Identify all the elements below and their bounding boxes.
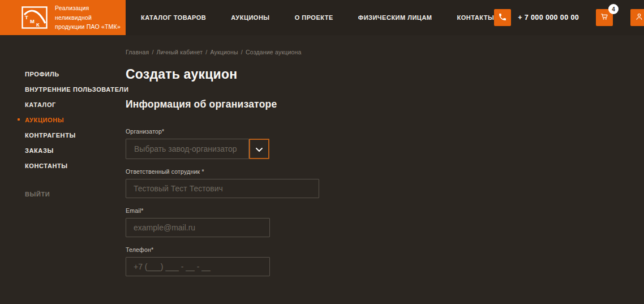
organizer-select[interactable]: Выбрать завод-организатор — [126, 139, 249, 159]
main-nav: КАТАЛОГ ТОВАРОВ АУКЦИОНЫ О ПРОЕКТЕ ФИЗИЧ… — [141, 0, 494, 35]
breadcrumb-separator: / — [205, 49, 207, 55]
employee-input[interactable] — [126, 179, 319, 198]
logo-tagline-line1: Реализация неликвидной — [55, 5, 92, 21]
nav-item-catalog[interactable]: КАТАЛОГ ТОВАРОВ — [141, 14, 206, 21]
organizer-section-heading: Информация об организаторе — [126, 99, 644, 110]
header-controls: + 7 000 000 00 00 4 — [494, 0, 644, 35]
account-button[interactable]: ЛИЧНЫЙ КАБИНЕТ — [630, 9, 644, 26]
cart: 4 — [596, 9, 613, 26]
organizer-select-open-button[interactable] — [249, 139, 269, 159]
organizer-form: Организатор* Выбрать завод-организатор О… — [126, 128, 644, 276]
breadcrumb-auctions[interactable]: Аукционы — [210, 49, 238, 55]
nav-item-auctions[interactable]: АУКЦИОНЫ — [231, 14, 269, 21]
nav-item-contacts[interactable]: КОНТАКТЫ — [457, 14, 495, 21]
svg-text:К: К — [36, 22, 40, 28]
main-content: Главная/Личный кабинет/Аукционы/Создание… — [126, 35, 644, 304]
sidebar-item-profile[interactable]: ПРОФИЛЬ — [25, 71, 126, 78]
sidebar-item-auctions[interactable]: АУКЦИОНЫ — [25, 117, 126, 123]
email-input[interactable] — [126, 218, 270, 237]
cart-icon — [600, 12, 609, 23]
breadcrumb-current: Создание аукциона — [246, 49, 302, 55]
employee-label: Ответственный сотрудник * — [126, 168, 644, 175]
phone-label: Телефон* — [126, 246, 644, 253]
organizer-select-row: Выбрать завод-организатор — [126, 139, 644, 159]
employee-field: Ответственный сотрудник * — [126, 168, 644, 198]
email-label: Email* — [126, 207, 644, 214]
logout-link[interactable]: ВЫЙТИ — [25, 191, 126, 198]
organizer-label: Организатор* — [126, 128, 644, 135]
phone-button[interactable] — [494, 9, 511, 26]
sidebar-item-internal-users[interactable]: ВНУТРЕННИЕ ПОЛЬЗОВАТЕЛИ — [25, 86, 126, 93]
cart-count-badge: 4 — [608, 4, 619, 14]
page-title: Создать аукцион — [126, 67, 644, 82]
logo-tagline: Реализация неликвидной продукции ПАО «ТМ… — [55, 3, 126, 32]
tmk-logo-icon: Т М К — [22, 6, 48, 29]
breadcrumb-separator: / — [241, 49, 243, 55]
sidebar-item-catalog[interactable]: КАТАЛОГ — [25, 101, 126, 108]
svg-text:Т: Т — [25, 14, 28, 20]
active-item-bullet-icon — [18, 118, 20, 121]
email-field: Email* — [126, 207, 644, 237]
svg-text:М: М — [30, 18, 35, 24]
nav-item-individuals[interactable]: ФИЗИЧЕСКИМ ЛИЦАМ — [358, 14, 432, 21]
nav-item-about[interactable]: О ПРОЕКТЕ — [295, 14, 333, 21]
page: Т М К Реализация неликвидной продукции П… — [0, 0, 644, 304]
breadcrumb-account[interactable]: Личный кабинет — [157, 49, 203, 55]
phone-input[interactable] — [126, 257, 270, 276]
chevron-down-icon — [256, 145, 263, 153]
sidebar-item-counterparties[interactable]: КОНТРАГЕНТЫ — [25, 132, 126, 139]
body: ПРОФИЛЬ ВНУТРЕННИЕ ПОЛЬЗОВАТЕЛИ КАТАЛОГ … — [0, 35, 644, 304]
top-header: Т М К Реализация неликвидной продукции П… — [0, 0, 644, 35]
phone-number: + 7 000 000 00 00 — [518, 14, 579, 22]
sidebar: ПРОФИЛЬ ВНУТРЕННИЕ ПОЛЬЗОВАТЕЛИ КАТАЛОГ … — [0, 35, 126, 304]
sidebar-item-orders[interactable]: ЗАКАЗЫ — [25, 147, 126, 154]
logo-tagline-line2: продукции ПАО «ТМК» — [55, 23, 121, 30]
organizer-field: Организатор* Выбрать завод-организатор — [126, 128, 644, 159]
phone-icon — [498, 12, 507, 23]
sidebar-item-constants[interactable]: КОНСТАНТЫ — [25, 162, 126, 169]
user-icon — [634, 12, 644, 24]
user-icon-button[interactable] — [630, 9, 644, 26]
breadcrumb-separator: / — [152, 49, 153, 55]
breadcrumb-home[interactable]: Главная — [126, 49, 149, 55]
sidebar-item-auctions-label: АУКЦИОНЫ — [25, 117, 64, 123]
phone-field: Телефон* — [126, 246, 644, 276]
breadcrumb: Главная/Личный кабинет/Аукционы/Создание… — [126, 49, 644, 55]
logo[interactable]: Т М К Реализация неликвидной продукции П… — [0, 0, 126, 35]
